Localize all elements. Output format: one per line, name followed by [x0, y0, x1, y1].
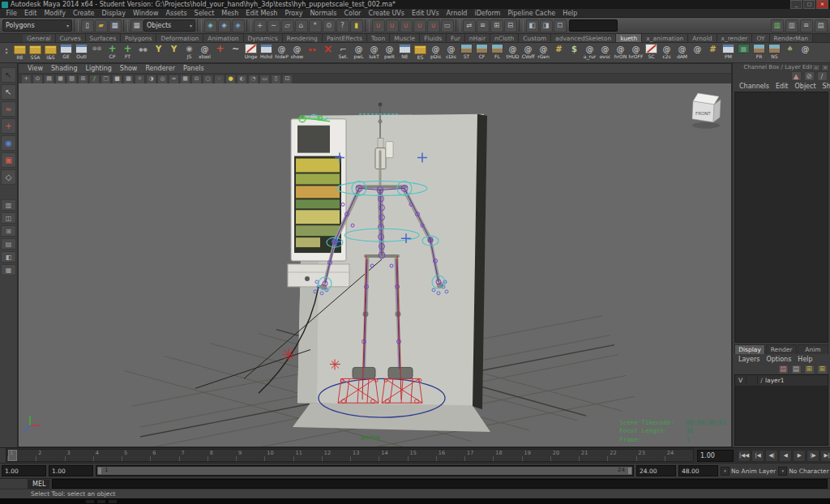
playback-end-field[interactable]: 24.00 [636, 465, 676, 476]
bookmarks-icon[interactable]: ▦ [55, 75, 66, 84]
shelf-button[interactable]: Unge [243, 43, 259, 59]
range-end-handle[interactable] [627, 467, 632, 475]
time-slider-frame[interactable]: 2 [36, 450, 64, 461]
render-settings-icon[interactable]: ⊡ [554, 19, 567, 32]
close-button[interactable]: × [816, 0, 828, 9]
panel-menu-item[interactable]: Shading [47, 65, 82, 72]
textured-icon[interactable]: ▩ [123, 75, 134, 84]
menu-item[interactable]: Edit Mesh [242, 10, 281, 17]
panel-menu-item[interactable]: View [24, 65, 47, 72]
layer-color-swatch[interactable] [747, 376, 758, 385]
channel-list-empty[interactable] [734, 92, 828, 343]
shelf-tab[interactable]: RenderMan [770, 34, 814, 42]
image-plane-icon[interactable]: ▧ [66, 75, 77, 84]
viewport-canvas[interactable]: FRONT Scene Timecode:00:00:00:01 Focal L… [19, 83, 731, 446]
selection-mode-dropdown[interactable]: Objects ▾ [143, 19, 195, 32]
shelf-tab[interactable]: Arnold [688, 34, 717, 42]
shelf-button[interactable]: FR [751, 43, 767, 59]
step-back-key-icon[interactable]: ◀| [765, 450, 778, 462]
channel-box-menu-item[interactable]: Channels [736, 83, 772, 90]
shelf-button[interactable]: SSA [28, 43, 43, 60]
show-modeling-toolkit-icon[interactable]: ▤ [815, 19, 828, 32]
menu-item[interactable]: Display [98, 10, 130, 17]
layer-editor-tab[interactable]: Anim [798, 344, 828, 354]
exposure-icon[interactable]: ● [225, 75, 236, 84]
select-tool-icon[interactable]: ↖ [1, 67, 16, 83]
shelf-scroll-arrows[interactable]: ▴▾ [1, 43, 12, 54]
lasso-select-tool-icon[interactable]: ↖ [1, 84, 16, 100]
select-by-object-icon[interactable]: ◈ [218, 19, 231, 32]
layout-two-pane-icon[interactable]: ◫ [1, 212, 16, 224]
shelf-button[interactable] [320, 43, 336, 53]
time-slider-frame[interactable]: 15 [408, 450, 436, 461]
shelf-tab[interactable]: OY [752, 34, 769, 42]
animation-start-field[interactable]: 1.00 [2, 465, 46, 476]
panel-menu-item[interactable]: Show [116, 65, 142, 72]
menu-item[interactable]: File [2, 10, 20, 17]
menu-item[interactable]: Mesh [218, 10, 242, 17]
select-dynamics-icon[interactable]: * [309, 19, 322, 32]
menu-item[interactable]: Window [130, 10, 163, 17]
shelf-button[interactable]: Set. [336, 43, 351, 59]
anim-layer-dropdown[interactable]: ▾No Anim Layer [721, 467, 776, 476]
time-slider-frame[interactable]: 24 [665, 450, 693, 461]
rotate-tool-icon[interactable]: ◉ [1, 135, 16, 151]
shelf-button[interactable]: I&S [43, 43, 58, 60]
select-by-component-icon[interactable]: ◈ [232, 19, 245, 32]
select-handles-icon[interactable]: + [254, 19, 267, 32]
shelf-button[interactable]: cDis [443, 43, 459, 59]
xray-icon[interactable]: ○ [203, 75, 213, 84]
time-slider-frame[interactable]: 4 [93, 450, 122, 461]
range-start-handle[interactable] [97, 467, 102, 475]
time-slider-frame[interactable]: 19 [522, 450, 550, 461]
time-slider-grip[interactable] [0, 448, 6, 463]
motion-blur-icon[interactable]: ≈ [169, 75, 179, 84]
shelf-button[interactable]: c2s [659, 43, 674, 59]
play-forwards-icon[interactable]: ▶ [793, 450, 806, 462]
open-scene-icon[interactable]: ▰ [95, 19, 108, 32]
select-curves-icon[interactable]: ∼ [267, 19, 280, 32]
time-slider-frame[interactable]: 16 [436, 450, 464, 461]
layout-hypershade-icon[interactable]: ▦ [1, 264, 16, 275]
shelf-tab[interactable]: Rendering [283, 34, 323, 42]
shelf-tab[interactable]: Dynamics [244, 34, 283, 42]
close-panel-icon[interactable]: × [821, 64, 829, 71]
character-set-dropdown[interactable]: ▾No Character Set [778, 467, 830, 476]
shelf-tab[interactable]: PaintEffects [323, 34, 367, 42]
shelf-button[interactable]: hrON [613, 43, 628, 59]
menu-item[interactable]: Modify [41, 10, 70, 17]
shelf-button[interactable]: show [289, 43, 305, 59]
contrast-icon[interactable]: ◐ [237, 75, 247, 84]
menu-item[interactable]: Create [69, 10, 98, 17]
menu-item[interactable]: Create UVs [365, 10, 409, 17]
isolate-select-icon[interactable]: ⊙ [191, 75, 202, 84]
menu-item[interactable]: Edit [20, 10, 41, 17]
layer-move-icon[interactable]: ▤ [778, 365, 789, 374]
shelf-button[interactable]: ST [459, 43, 474, 59]
dock-panel-icon[interactable]: ▫ [812, 64, 820, 71]
shelf-tab[interactable]: Fur [447, 34, 465, 42]
layer-editor-tab[interactable]: Render [766, 344, 797, 354]
command-input[interactable] [52, 479, 828, 489]
shelf-tab[interactable]: Fluids [420, 34, 447, 42]
gamma-icon[interactable]: ◔ [248, 75, 259, 84]
channel-box-menu-item[interactable]: Object [792, 83, 819, 90]
shelf-tab[interactable]: kueth [616, 34, 642, 42]
wireframe-icon[interactable]: □ [101, 75, 111, 84]
shelf-button[interactable]: ES [413, 43, 428, 60]
shelf-button[interactable] [690, 43, 705, 53]
shaded-icon[interactable]: ■ [112, 75, 122, 84]
channel-no-manip-icon[interactable]: ⊘ [804, 71, 815, 81]
time-slider-frame[interactable]: 6 [150, 450, 178, 461]
time-slider-frame[interactable]: 23 [636, 450, 665, 461]
snap-to-view-plane-icon[interactable]: ∪ [427, 19, 440, 32]
shelf-tab[interactable]: Muscle [390, 34, 420, 42]
panel-menu-item[interactable]: Panels [179, 65, 208, 72]
new-scene-icon[interactable]: ▯ [81, 19, 94, 32]
move-tool-icon[interactable]: + [1, 118, 16, 134]
maximize-button[interactable]: □ [803, 0, 815, 9]
create-layer-from-selected-icon[interactable]: ⊞ [817, 365, 828, 374]
layout-persp-outliner-icon[interactable]: ▤ [1, 238, 16, 250]
xray-joints-icon[interactable]: ◦ [214, 75, 225, 84]
layer-editor-menu-item[interactable]: Help [794, 356, 815, 363]
